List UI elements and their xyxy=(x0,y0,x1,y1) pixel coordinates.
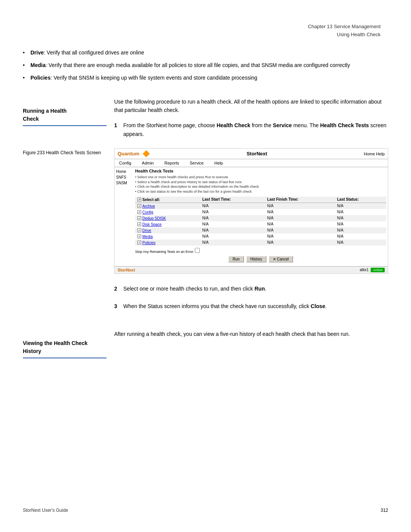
bullet-media: Media: Verify that there are enough medi… xyxy=(23,59,388,72)
sn-title: StorNext xyxy=(247,151,267,157)
chapter-header: Chapter 13 Service Management Using Heal… xyxy=(0,0,411,46)
chapter-header-line1: Chapter 13 Service Management xyxy=(0,23,381,31)
step-2-num: 2 xyxy=(114,284,117,293)
section-running-title: Running a Health Check xyxy=(23,107,107,123)
sn-nav-admin[interactable]: Admin xyxy=(140,160,155,166)
sn-section-title: Health Check Tests xyxy=(135,169,386,173)
sn-row-config: ✓ Config N/A N/A N/A xyxy=(135,209,386,215)
sn-col-finish: Last Finish Time: xyxy=(265,197,335,203)
sn-logo-icon: 🔶 xyxy=(142,150,150,157)
sn-row-diskspace: ✓ Disk Space N/A N/A N/A xyxy=(135,221,386,227)
sn-status-badge: Active xyxy=(371,268,385,272)
sn-nav-config[interactable]: Config xyxy=(118,160,133,166)
sn-nav-reports[interactable]: Reports xyxy=(163,160,181,166)
section-viewing-content: After running a health check, you can vi… xyxy=(114,328,388,358)
step-3: 3 When the Status screen informs you tha… xyxy=(114,299,388,313)
sn-select-all-checkbox[interactable]: ✓ Select all: xyxy=(137,198,160,202)
section-viewing-sidebar: Viewing the Health Check History xyxy=(23,328,114,358)
sn-footer-host: altix1 xyxy=(360,268,368,272)
sn-col-select: ✓ Select all: xyxy=(135,197,200,203)
sn-footer-logo: StorNext xyxy=(118,268,135,272)
section-running: Running a Health Check Use the following… xyxy=(0,96,411,145)
sn-col-status: Last Status: xyxy=(335,197,386,203)
step-list: 1 From the StorNext home page, choose He… xyxy=(114,118,388,141)
sn-logo-text: Quantum xyxy=(118,151,139,157)
sn-health-table: ✓ Select all: Last Start Time: Last Fini… xyxy=(135,197,386,246)
section-viewing-heading: Viewing the Health Check History xyxy=(23,339,107,358)
bullets-section: Drive: Verify that all configured drives… xyxy=(0,46,411,84)
steps-2-3: 2 Select one or more health checks to ru… xyxy=(0,281,411,317)
sn-main: Health Check Tests • Select one or more … xyxy=(135,169,386,264)
sn-buttons: Run History ✕ Cancel xyxy=(135,256,386,262)
sn-sidebar-home[interactable]: Home xyxy=(116,169,134,174)
sn-row-archive: ✓ Archive N/A N/A N/A xyxy=(135,203,386,209)
sn-topbar: Quantum 🔶 StorNext Home Help xyxy=(115,149,388,159)
sn-sidebar-snsm[interactable]: SNSM xyxy=(116,180,134,186)
bullet-list: Drive: Verify that all configured drives… xyxy=(23,46,388,84)
sn-row-policies: ✓ Policies N/A N/A N/A xyxy=(135,240,386,246)
sn-error-check-input[interactable] xyxy=(195,248,200,253)
step-1-num: 1 xyxy=(114,121,117,129)
figure-area: Figure 233 Health Check Tests Screen Qua… xyxy=(0,148,411,273)
sn-run-button[interactable]: Run xyxy=(228,256,244,262)
sn-history-button[interactable]: History xyxy=(246,256,266,262)
sn-col-start: Last Start Time: xyxy=(200,197,265,203)
section-viewing: Viewing the Health Check History After r… xyxy=(0,328,411,358)
figure-caption: Figure 233 Health Check Tests Screen xyxy=(23,150,110,155)
sn-error-check: Stop Any Remaining Tests on an Error: xyxy=(135,248,386,254)
section-viewing-text: After running a health check, you can vi… xyxy=(114,330,388,338)
sn-cancel-button[interactable]: ✕ Cancel xyxy=(269,256,293,262)
sn-instructions: • Select one or more health checks and p… xyxy=(135,175,386,194)
storenext-ui: Quantum 🔶 StorNext Home Help Config Admi… xyxy=(115,149,388,273)
figure-caption-area: Figure 233 Health Check Tests Screen xyxy=(23,148,114,273)
step-1-text: From the StorNext home page, choose Heal… xyxy=(123,122,386,137)
page-footer: StorNext User's Guide 312 xyxy=(0,500,411,521)
figure-image: Quantum 🔶 StorNext Home Help Config Admi… xyxy=(114,148,388,273)
sn-body: Home SNFS SNSM Health Check Tests • Sele… xyxy=(115,167,388,266)
sn-nav-links: Home Help xyxy=(364,152,385,156)
section-running-intro: Use the following procedure to run a hea… xyxy=(114,97,388,115)
step-list-2: 2 Select one or more health checks to ru… xyxy=(114,281,388,314)
sn-nav-help[interactable]: Help xyxy=(213,160,225,166)
section-running-content: Use the following procedure to run a hea… xyxy=(114,96,388,145)
sn-table-body: ✓ Archive N/A N/A N/A ✓ Config N/A N/A N xyxy=(135,203,386,246)
section-running-sidebar: Running a Health Check xyxy=(23,96,114,145)
sn-row-dedup: ✓ Dedup SDISK N/A N/A N/A xyxy=(135,215,386,221)
sn-row-media: ✓ Media N/A N/A N/A xyxy=(135,233,386,240)
section-running-heading: Running a Health Check xyxy=(23,107,107,126)
sn-row-drive: ✓ Drive N/A N/A N/A xyxy=(135,227,386,233)
sn-nav: Config Admin Reports Service Help xyxy=(115,159,388,167)
sn-sidebar: Home SNFS SNSM xyxy=(116,169,135,264)
sn-footer-status-area: altix1 Active xyxy=(360,268,385,272)
sn-nav-service[interactable]: Service xyxy=(188,160,206,166)
step-1: 1 From the StorNext home page, choose He… xyxy=(114,118,388,141)
sn-footer: StorNext altix1 Active xyxy=(115,266,388,273)
bullet-drive: Drive: Verify that all configured drives… xyxy=(23,46,388,59)
step-3-num: 3 xyxy=(114,302,117,310)
step-2: 2 Select one or more health checks to ru… xyxy=(114,281,388,296)
page: Chapter 13 Service Management Using Heal… xyxy=(0,0,411,532)
chapter-header-line2: Using Health Check xyxy=(0,31,381,39)
step-2-text: Select one or more health checks to run,… xyxy=(123,286,266,292)
step-3-text: When the Status screen informs you that … xyxy=(123,303,327,309)
bullet-policies: Policies: Verify that SNSM is keeping up… xyxy=(23,72,388,84)
sn-sidebar-snfs[interactable]: SNFS xyxy=(116,174,134,180)
footer-left: StorNext User's Guide xyxy=(23,508,68,513)
sn-error-check-label: Stop Any Remaining Tests on an Error: xyxy=(135,250,194,254)
section-viewing-title: Viewing the Health Check History xyxy=(23,339,107,355)
footer-right: 312 xyxy=(381,508,388,513)
